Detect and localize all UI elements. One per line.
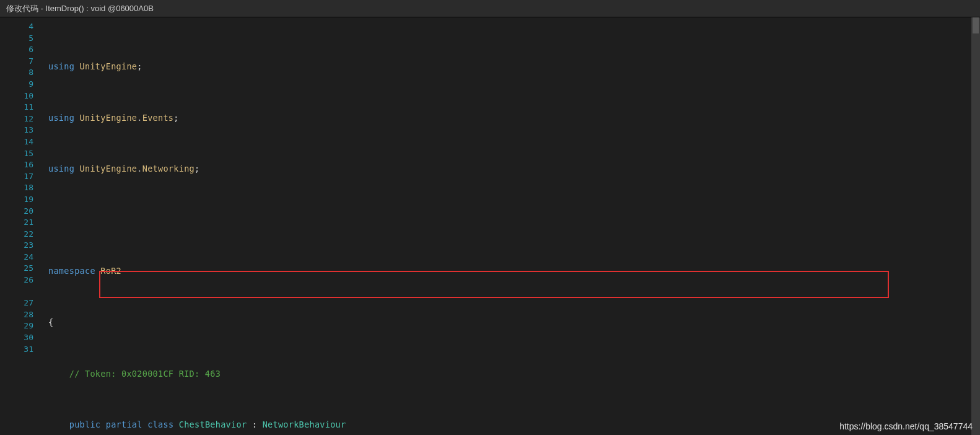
line-number: 15	[9, 148, 45, 160]
line-number: 23	[9, 240, 45, 252]
code-line[interactable]: using UnityEngine.Events;	[45, 112, 980, 124]
semi: ;	[137, 61, 142, 71]
code-line[interactable]: // Token: 0x020001CF RID: 463	[45, 368, 980, 380]
line-number: 13	[9, 125, 45, 136]
line-number: 5	[9, 33, 45, 45]
line-number: 9	[9, 79, 45, 90]
line-number: 27	[9, 297, 45, 309]
code-line[interactable]	[45, 214, 980, 226]
line-number: 20	[9, 206, 45, 218]
line-number	[9, 286, 45, 298]
window-title: 修改代码 - ItemDrop() : void @06000A0B	[6, 3, 154, 14]
line-number: 22	[9, 229, 45, 240]
left-margin	[0, 17, 9, 435]
vertical-scrollbar[interactable]	[971, 17, 980, 435]
line-number: 24	[9, 252, 45, 263]
line-number: 19	[9, 194, 45, 206]
code-area[interactable]: using UnityEngine; using UnityEngine.Eve…	[45, 17, 980, 435]
line-number: 6	[9, 44, 45, 56]
line-number: 29	[9, 320, 45, 332]
line-number: 7	[9, 56, 45, 68]
line-number: 26	[9, 275, 45, 286]
line-number: 17	[9, 171, 45, 183]
window-titlebar: 修改代码 - ItemDrop() : void @06000A0B	[0, 0, 980, 17]
kw-using: using	[48, 61, 74, 71]
line-number-gutter: 4567891011121314151617181920212223242526…	[9, 17, 45, 435]
line-number: 30	[9, 332, 45, 344]
code-line[interactable]: namespace RoR2	[45, 265, 980, 277]
ns: UnityEngine	[80, 61, 138, 71]
scrollbar-thumb[interactable]	[973, 17, 979, 33]
line-number: 28	[9, 309, 45, 321]
watermark-text: https://blog.csdn.net/qq_38547744	[839, 421, 973, 431]
line-number: 16	[9, 159, 45, 171]
line-number: 25	[9, 263, 45, 275]
code-line[interactable]: using UnityEngine;	[45, 61, 980, 72]
editor: 4567891011121314151617181920212223242526…	[0, 17, 980, 435]
code-line[interactable]: {	[45, 317, 980, 328]
code-line[interactable]: using UnityEngine.Networking;	[45, 163, 980, 175]
line-number: 4	[9, 21, 45, 33]
line-number: 8	[9, 67, 45, 79]
line-number: 10	[9, 90, 45, 102]
line-number: 18	[9, 182, 45, 194]
line-number: 12	[9, 113, 45, 125]
line-number: 14	[9, 136, 45, 148]
line-number: 21	[9, 217, 45, 229]
line-number: 31	[9, 344, 45, 356]
line-number: 11	[9, 102, 45, 113]
